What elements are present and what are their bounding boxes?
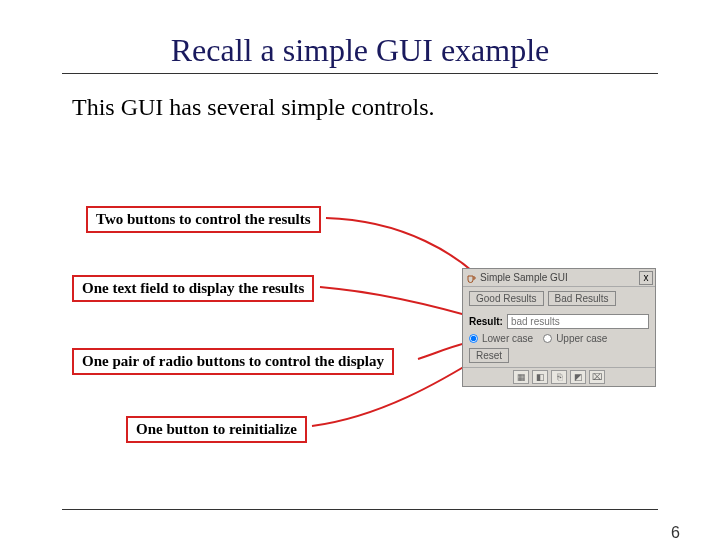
slide-title: Recall a simple GUI example [0,32,720,69]
upper-case-radio[interactable] [543,334,552,343]
gui-window-title: Simple Sample GUI [480,272,636,283]
result-label: Result: [469,316,503,327]
lower-case-label: Lower case [482,333,533,344]
annotation-two-buttons: Two buttons to control the results [86,206,321,233]
lower-case-radio[interactable] [469,334,478,343]
annotation-text-field: One text field to display the results [72,275,314,302]
status-icon: ▦ [513,370,529,384]
status-icon: ⎘ [551,370,567,384]
java-cup-icon [465,272,477,284]
bottom-divider [62,509,658,510]
sample-gui-window: Simple Sample GUI x Good Results Bad Res… [462,268,656,387]
status-icon: ⌧ [589,370,605,384]
good-results-button[interactable]: Good Results [469,291,544,306]
gui-radio-row: Lower case Upper case [463,333,655,348]
title-divider [62,73,658,74]
close-icon[interactable]: x [639,271,653,285]
status-icon: ◩ [570,370,586,384]
gui-result-row: Result: [463,310,655,333]
annotation-reinit-button: One button to reinitialize [126,416,307,443]
gui-reset-row: Reset [463,348,655,367]
bad-results-button[interactable]: Bad Results [548,291,616,306]
status-icon: ◧ [532,370,548,384]
reset-button[interactable]: Reset [469,348,509,363]
gui-titlebar: Simple Sample GUI x [463,269,655,287]
annotation-radio-pair: One pair of radio buttons to control the… [72,348,394,375]
gui-button-row: Good Results Bad Results [463,287,655,310]
slide-subtitle: This GUI has several simple controls. [72,94,720,121]
result-field[interactable] [507,314,649,329]
upper-case-label: Upper case [556,333,607,344]
page-number: 6 [671,524,680,540]
gui-status-bar: ▦ ◧ ⎘ ◩ ⌧ [463,367,655,386]
